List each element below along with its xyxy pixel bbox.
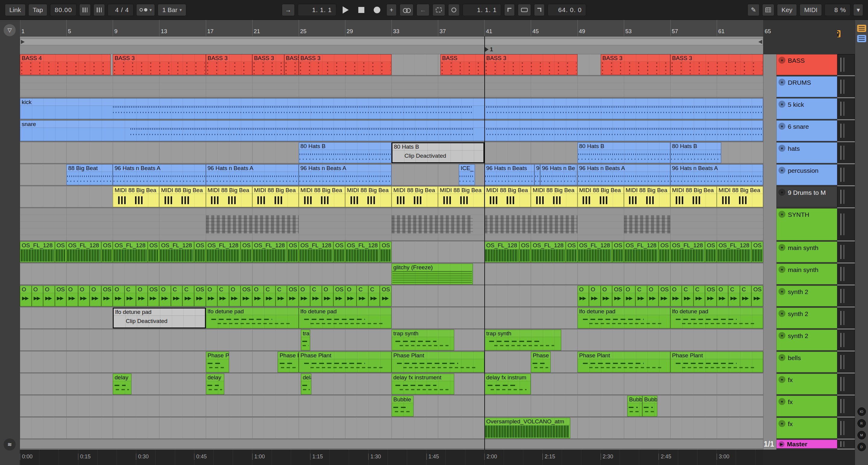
clip[interactable]: 96 Hats n Beats	[484, 164, 534, 185]
fold-icon[interactable]: ▾	[778, 244, 785, 251]
fold-icon[interactable]: ▾	[778, 79, 785, 86]
track-header-12-synth-2[interactable]: ▾synth 2	[776, 329, 837, 350]
clip[interactable]: snare	[20, 120, 763, 141]
track-header-13-bells[interactable]: ▾bells	[776, 352, 837, 372]
clip[interactable]: trap synth	[392, 329, 454, 350]
clip[interactable]: 88 Big Beat	[66, 164, 113, 185]
clip[interactable]: OS▶▶	[612, 286, 624, 307]
clip[interactable]: OS	[55, 241, 67, 262]
clip[interactable]: 80 Hats BClip Deactivated	[392, 142, 484, 163]
clip[interactable]: MIDI 88 Big Bea	[670, 186, 717, 207]
clip[interactable]: OS▶▶	[658, 286, 670, 307]
track-header-16-fx[interactable]: ▾fx	[776, 418, 837, 438]
clip[interactable]: OS_FL_128	[159, 241, 194, 262]
clip[interactable]: O▶▶	[252, 286, 264, 307]
track-header-15-fx[interactable]: ▾fx	[776, 396, 837, 416]
clip[interactable]: O▶▶	[159, 286, 171, 307]
clip[interactable]: BASS 3	[206, 54, 252, 75]
track-row-6-9 Drums to M[interactable]: MIDI 88 Big BeaMIDI 88 Big BeaMIDI 88 Bi…	[20, 186, 763, 207]
clip[interactable]: Phase Plant	[392, 352, 484, 372]
clip[interactable]: MIDI 88 Big Bea	[717, 186, 763, 207]
track-header-8-main-synth[interactable]: ▾main synth	[776, 241, 837, 262]
clip[interactable]: OS_FL_128	[717, 241, 752, 262]
punch-out-button[interactable]	[534, 4, 545, 16]
clip[interactable]: C▶▶	[728, 286, 740, 307]
clip[interactable]: Phase Plant	[670, 352, 763, 372]
clip[interactable]: C▶▶	[693, 286, 705, 307]
time-ruler[interactable]: 0:000:150:300:451:001:151:301:452:002:15…	[20, 449, 763, 465]
clip[interactable]: O▶▶	[43, 286, 55, 307]
clip[interactable]: MIDI 88 Big Bea	[345, 186, 392, 207]
track-header-2-5-kick[interactable]: ▾5 kick	[776, 98, 837, 119]
clip[interactable]: O▶▶	[589, 286, 601, 307]
clip[interactable]: OS	[658, 241, 670, 262]
clip[interactable]: delay fx instrum	[484, 374, 531, 395]
track-header-1-drums[interactable]: ▾DRUMS	[776, 76, 837, 97]
clip[interactable]: kick	[20, 98, 763, 119]
clip[interactable]: delay	[206, 374, 224, 395]
track-row-16-fx[interactable]: Oversampled_VOLCANO_atm	[20, 418, 763, 438]
clip[interactable]: O▶▶	[66, 286, 78, 307]
clip[interactable]: lfo detune pad	[578, 308, 670, 328]
fold-icon[interactable]: ▾	[778, 398, 785, 405]
clip[interactable]: OS_FL_128	[578, 241, 613, 262]
clip[interactable]: OS▶▶	[751, 286, 763, 307]
loop-length-field[interactable]: 64. 0. 0	[548, 4, 586, 16]
hamburger-menu-icon[interactable]	[857, 25, 866, 32]
clip[interactable]: 96	[534, 164, 540, 185]
capture-midi-button[interactable]	[433, 4, 445, 16]
clip[interactable]: OS	[287, 241, 299, 262]
clip[interactable]: OS▶▶	[55, 286, 67, 307]
clip[interactable]: MIDI 88 Big Bea	[624, 186, 670, 207]
clip[interactable]: C▶▶	[264, 286, 276, 307]
clip[interactable]: MIDI 88 Big Bea	[206, 186, 252, 207]
tempo-field[interactable]: 80.00	[50, 4, 76, 16]
clip[interactable]: delay fx instrument	[392, 374, 454, 395]
clip[interactable]: OS	[333, 241, 345, 262]
clip[interactable]: BASS 3	[113, 54, 206, 75]
clip[interactable]: O▶▶	[113, 286, 124, 307]
toggle-d-button[interactable]: D	[858, 443, 866, 451]
clip[interactable]: MIDI 88 Big Bea	[159, 186, 206, 207]
play-icon[interactable]: ▶	[778, 441, 784, 447]
clip[interactable]: OS	[148, 241, 159, 262]
clip[interactable]: 96 Hats n Beats A	[113, 164, 206, 185]
layers-panel-icon[interactable]	[857, 35, 866, 42]
toggle-m-button[interactable]: M	[858, 431, 866, 439]
clip[interactable]: Bubble	[642, 396, 657, 416]
track-row-0-BASS[interactable]: BASS 4BASS 3BASS 3BASS 3BASS 3BASS 3BASS…	[20, 54, 763, 75]
fold-icon[interactable]: ▾	[778, 101, 785, 108]
track-row-14-fx[interactable]: delaydelaydeladelay fx instrumentdelay f…	[20, 374, 763, 395]
track-row-8-main synth[interactable]: OS_FL_128OSOS_FL_128OSOS_FL_128OSOS_FL_1…	[20, 241, 763, 262]
fold-icon[interactable]: ▾	[778, 332, 785, 339]
track-header-4-hats[interactable]: ▾hats	[776, 142, 837, 163]
clip[interactable]: O▶▶	[32, 286, 43, 307]
track-header-7-synth[interactable]: ▾SYNTH	[776, 208, 837, 240]
clip[interactable]: BASS 3	[484, 54, 577, 75]
scrub-area[interactable]: 1	[20, 36, 763, 54]
fold-icon[interactable]: ▾	[778, 211, 785, 218]
tap-tempo-button[interactable]: Tap	[28, 4, 48, 16]
track-row-3-6 snare[interactable]: snare	[20, 120, 763, 141]
clip[interactable]: trap synth	[484, 329, 561, 350]
beat-time-ruler[interactable]: 1591317212529333741454953576165	[20, 20, 763, 36]
toggle-io-button[interactable]: IO	[858, 407, 866, 416]
fold-icon[interactable]: ▾	[778, 57, 785, 64]
clip[interactable]: MIDI 88 Big Bea	[438, 186, 484, 207]
clip[interactable]: Phase Plant	[578, 352, 670, 372]
clip[interactable]: O▶▶	[78, 286, 90, 307]
clip[interactable]: lfo detune pad	[670, 308, 763, 328]
clip[interactable]: ICE_	[459, 164, 475, 185]
clip[interactable]: OS▶▶	[380, 286, 392, 307]
clip[interactable]: OS_FL_128	[299, 241, 334, 262]
clip[interactable]: BASS 4	[20, 54, 111, 75]
midi-map-button[interactable]: MIDI	[800, 4, 822, 16]
time-signature-field[interactable]: 4 / 4	[107, 4, 133, 16]
clip[interactable]: O▶▶	[299, 286, 310, 307]
track-header-11-synth-2[interactable]: ▾synth 2	[776, 308, 837, 328]
plus-button[interactable]: +	[386, 4, 397, 16]
nudge-up-button[interactable]	[93, 4, 105, 16]
clip[interactable]: C▶▶	[310, 286, 322, 307]
follow-button[interactable]: →	[282, 4, 295, 16]
locator-flag[interactable]: 1	[485, 46, 493, 53]
